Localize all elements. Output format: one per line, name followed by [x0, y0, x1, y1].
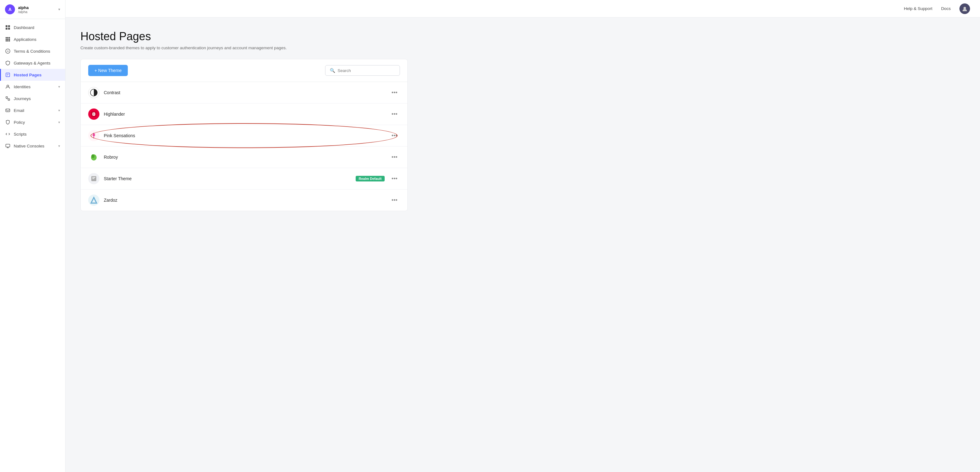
svg-rect-4 [6, 37, 7, 38]
sidebar-item-terms-conditions[interactable]: Terms & Conditions [0, 45, 65, 57]
themes-card: + New Theme 🔍 Contrast ••• [80, 59, 408, 211]
page-title: Hosted Pages [80, 30, 965, 43]
journeys-icon [5, 96, 11, 101]
sidebar-item-hosted-pages[interactable]: Hosted Pages [0, 69, 65, 81]
sidebar-item-journeys[interactable]: Journeys [0, 92, 65, 104]
native-consoles-icon [5, 143, 11, 149]
sidebar-item-label: Applications [14, 37, 60, 42]
theme-row[interactable]: Highlander ••• [81, 104, 407, 125]
svg-rect-2 [6, 28, 8, 30]
svg-rect-9 [9, 39, 10, 40]
user-avatar[interactable] [959, 3, 970, 14]
avatar: A [5, 4, 15, 14]
theme-name: Zardoz [104, 198, 385, 203]
sidebar-item-label: Email [14, 108, 55, 113]
svg-rect-20 [8, 99, 10, 100]
sidebar-item-label: Policy [14, 120, 55, 125]
pages-icon [5, 72, 11, 78]
theme-icon-contrast [88, 87, 99, 98]
sidebar-item-label: Terms & Conditions [14, 49, 60, 54]
chevron-down-icon: ▾ [58, 108, 60, 113]
sidebar-item-native-consoles[interactable]: Native Consoles ▾ [0, 140, 65, 152]
search-input[interactable] [337, 68, 395, 73]
theme-icon-robroy [88, 151, 99, 163]
sidebar-item-label: Identities [14, 85, 55, 89]
sidebar: A alpha /alpha ▾ Dashboard Applications … [0, 0, 65, 472]
applications-icon [5, 37, 11, 42]
svg-rect-10 [6, 40, 7, 41]
svg-rect-35 [92, 178, 94, 179]
sidebar-realm: /alpha [18, 10, 55, 14]
theme-name: Starter Theme [104, 176, 351, 181]
sidebar-item-applications[interactable]: Applications [0, 33, 65, 45]
svg-rect-19 [6, 97, 8, 98]
theme-name: Robroy [104, 155, 385, 159]
svg-rect-30 [92, 135, 95, 136]
sidebar-item-gateways-agents[interactable]: Gateways & Agents [0, 57, 65, 69]
theme-icon-highlander [88, 108, 99, 120]
theme-list: Contrast ••• Highlander ••• [81, 82, 407, 211]
sidebar-user-info: alpha /alpha [18, 5, 55, 14]
terms-icon [5, 48, 11, 54]
theme-menu-button[interactable]: ••• [389, 174, 400, 183]
svg-rect-6 [9, 37, 10, 38]
theme-row-pink-sensations[interactable]: Pink Sensations ••• [81, 125, 407, 147]
svg-rect-7 [6, 39, 7, 40]
svg-rect-34 [92, 177, 95, 178]
search-box[interactable]: 🔍 [325, 65, 400, 76]
theme-menu-button[interactable]: ••• [389, 131, 400, 140]
sidebar-item-label: Scripts [14, 132, 60, 137]
theme-row[interactable]: Robroy ••• [81, 147, 407, 168]
sidebar-item-label: Dashboard [14, 25, 60, 30]
svg-rect-29 [92, 134, 95, 135]
chevron-down-icon: ▾ [58, 144, 60, 148]
sidebar-username: alpha [18, 5, 55, 10]
sidebar-item-email[interactable]: Email ▾ [0, 104, 65, 116]
sidebar-item-label: Journeys [14, 96, 60, 101]
email-icon [5, 108, 11, 113]
chevron-down-icon: ▾ [58, 120, 60, 124]
svg-rect-0 [6, 25, 8, 27]
dashboard-icon [5, 25, 11, 30]
search-icon: 🔍 [330, 68, 335, 73]
theme-icon-zardoz [88, 195, 99, 206]
sidebar-item-label: Gateways & Agents [14, 61, 60, 65]
theme-row[interactable]: Starter Theme Realm Default ••• [81, 168, 407, 190]
svg-rect-3 [8, 28, 10, 30]
svg-point-25 [964, 7, 966, 10]
sidebar-item-identities[interactable]: Identities ▾ [0, 81, 65, 92]
svg-point-18 [7, 85, 9, 87]
theme-menu-button[interactable]: ••• [389, 153, 400, 162]
theme-icon-pink-sensations [88, 130, 99, 141]
svg-rect-22 [6, 144, 10, 147]
scripts-icon [5, 131, 11, 137]
svg-rect-15 [6, 73, 10, 77]
theme-row[interactable]: Contrast ••• [81, 82, 407, 104]
new-theme-button[interactable]: + New Theme [88, 65, 128, 76]
theme-row[interactable]: Zardoz ••• [81, 190, 407, 211]
svg-rect-5 [7, 37, 8, 38]
theme-name: Highlander [104, 112, 385, 116]
theme-menu-button[interactable]: ••• [389, 88, 400, 97]
policy-icon [5, 120, 11, 125]
card-toolbar: + New Theme 🔍 [81, 59, 407, 82]
svg-rect-1 [8, 25, 10, 27]
svg-point-32 [91, 154, 94, 158]
theme-menu-button[interactable]: ••• [389, 196, 400, 205]
sidebar-chevron-icon: ▾ [58, 7, 60, 11]
main-content: Help & Support Docs Hosted Pages Create … [65, 0, 980, 472]
svg-rect-21 [6, 109, 10, 112]
theme-name: Contrast [104, 90, 385, 95]
docs-link[interactable]: Docs [941, 6, 951, 11]
help-support-link[interactable]: Help & Support [904, 6, 932, 11]
sidebar-item-label: Native Consoles [14, 144, 55, 148]
sidebar-item-label: Hosted Pages [14, 73, 60, 77]
sidebar-item-scripts[interactable]: Scripts [0, 128, 65, 140]
svg-rect-12 [9, 40, 10, 41]
sidebar-item-dashboard[interactable]: Dashboard [0, 22, 65, 33]
identities-icon [5, 84, 11, 89]
theme-menu-button[interactable]: ••• [389, 110, 400, 119]
sidebar-nav: Dashboard Applications Terms & Condition… [0, 19, 65, 472]
sidebar-header[interactable]: A alpha /alpha ▾ [0, 0, 65, 19]
sidebar-item-policy[interactable]: Policy ▾ [0, 116, 65, 128]
